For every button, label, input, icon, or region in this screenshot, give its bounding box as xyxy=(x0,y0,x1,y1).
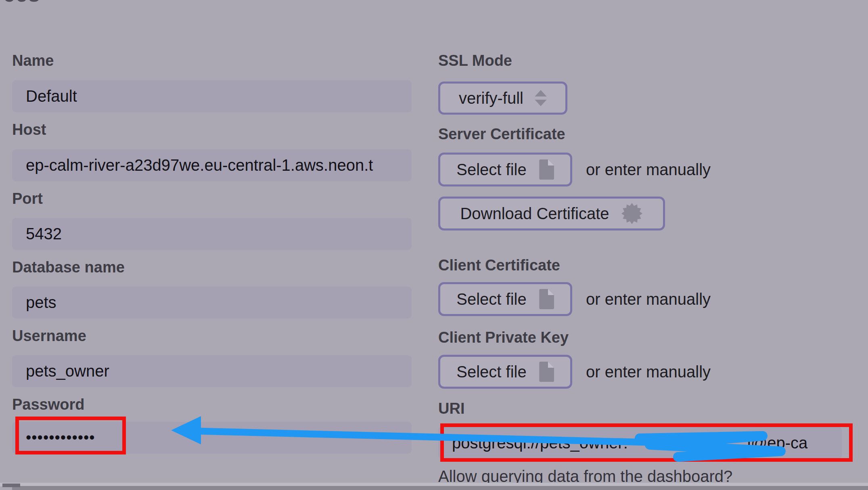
port-field[interactable]: 5432 xyxy=(12,218,412,250)
clipped-heading-text: ces xyxy=(3,0,92,5)
select-file-button-label: Select file xyxy=(456,161,526,179)
annotation-red-box-password xyxy=(15,417,126,454)
port-field-value: 5432 xyxy=(26,225,62,243)
certificate-seal-icon xyxy=(621,202,643,225)
select-file-button-label: Select file xyxy=(456,363,526,381)
ssl-mode-label: SSL Mode xyxy=(438,51,512,70)
download-certificate-button-label: Download Certificate xyxy=(460,205,609,223)
database-name-field-value: pets xyxy=(26,293,56,312)
server-certificate-manual-text[interactable]: or enter manually xyxy=(586,153,711,186)
password-label: Password xyxy=(12,395,85,414)
host-label: Host xyxy=(12,120,46,139)
server-certificate-select-file-button[interactable]: Select file xyxy=(438,153,572,186)
file-icon xyxy=(538,289,554,310)
username-field-value: pets_owner xyxy=(26,362,109,380)
server-certificate-label: Server Certificate xyxy=(438,125,565,143)
client-private-key-manual-text[interactable]: or enter manually xyxy=(586,355,711,389)
client-certificate-manual-text[interactable]: or enter manually xyxy=(586,282,711,316)
client-private-key-label: Client Private Key xyxy=(438,328,569,347)
port-label: Port xyxy=(12,189,43,208)
ssl-mode-value: verify-full xyxy=(459,89,523,107)
file-icon xyxy=(538,361,554,382)
database-name-field[interactable]: pets xyxy=(12,287,412,318)
database-name-label: Database name xyxy=(12,258,125,276)
client-certificate-label: Client Certificate xyxy=(438,256,560,274)
ssl-mode-select[interactable]: verify-full xyxy=(438,82,567,115)
host-field-value: ep-calm-river-a23d97we.eu-central-1.aws.… xyxy=(26,156,373,174)
client-private-key-select-file-button[interactable]: Select file xyxy=(438,355,572,389)
name-field-value: Default xyxy=(26,87,77,105)
client-certificate-select-file-button[interactable]: Select file xyxy=(438,282,572,316)
annotation-red-box-uri xyxy=(440,423,853,462)
download-certificate-button[interactable]: Download Certificate xyxy=(438,197,665,230)
name-label: Name xyxy=(12,51,54,70)
bottom-divider-dark xyxy=(12,486,868,490)
bottom-left-nub xyxy=(2,484,20,487)
select-file-button-label: Select file xyxy=(456,290,526,308)
file-icon xyxy=(538,159,554,180)
clipped-heading-fragment: ces xyxy=(3,0,92,5)
username-label: Username xyxy=(12,327,86,345)
username-field[interactable]: pets_owner xyxy=(12,355,412,387)
name-field[interactable]: Default xyxy=(12,80,412,112)
chevron-updown-icon xyxy=(535,90,547,106)
host-field[interactable]: ep-calm-river-a23d97we.eu-central-1.aws.… xyxy=(12,149,412,181)
uri-label: URI xyxy=(438,399,464,418)
